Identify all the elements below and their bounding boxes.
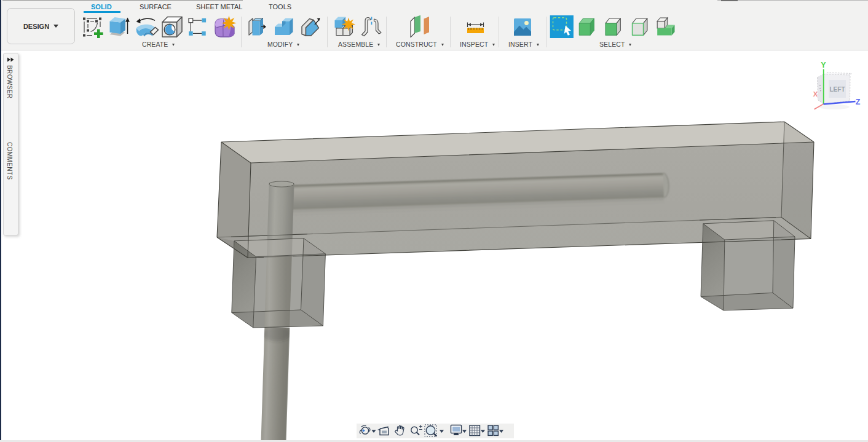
svg-text:LEFT: LEFT	[830, 86, 845, 93]
svg-text:X: X	[813, 90, 818, 98]
svg-text:Z: Z	[856, 98, 861, 106]
svg-text:Y: Y	[821, 61, 826, 69]
